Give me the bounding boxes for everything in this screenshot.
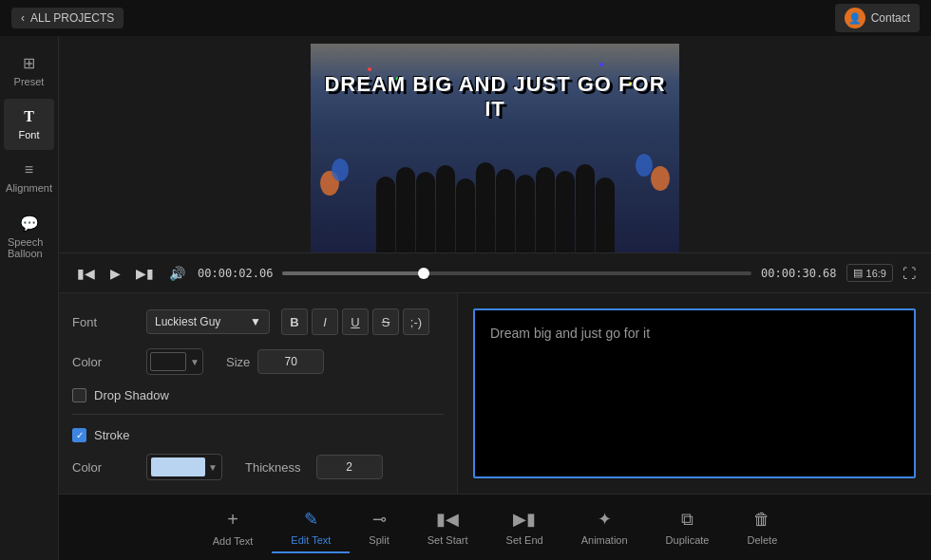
fullscreen-button[interactable]: ⛶ xyxy=(902,266,916,281)
toolbar-edit-text-label: Edit Text xyxy=(291,534,331,546)
split-icon: ⊸ xyxy=(372,509,387,530)
sidebar-item-label-font: Font xyxy=(18,129,39,140)
back-arrow-icon: ‹ xyxy=(21,11,25,25)
skip-back-button[interactable]: ▮◀ xyxy=(74,263,98,284)
sidebar-item-label-preset: Preset xyxy=(14,76,45,87)
edit-text-icon: ✎ xyxy=(304,509,318,530)
video-section: DREAM BIG AND JUST GO FOR IT xyxy=(59,36,931,252)
volume-button[interactable]: 🔊 xyxy=(166,263,188,284)
back-button[interactable]: ‹ ALL PROJECTS xyxy=(11,8,124,28)
main-area: ⊞ Preset T Font ≡ Alignment 💬 Speech Bal… xyxy=(0,36,931,560)
font-select[interactable]: Luckiest Guy ▼ xyxy=(146,309,270,334)
set-end-icon: ▶▮ xyxy=(513,509,536,530)
drop-shadow-label: Drop Shadow xyxy=(94,388,169,402)
skip-forward-button[interactable]: ▶▮ xyxy=(133,263,157,284)
bottom-toolbar: + Add Text ✎ Edit Text ⊸ Split ▮◀ Set St… xyxy=(59,494,931,560)
size-input[interactable]: 70 xyxy=(257,349,324,374)
avatar-initials: 👤 xyxy=(848,12,862,25)
color-label: Color xyxy=(72,355,139,369)
thickness-label: Thickness xyxy=(245,460,301,475)
toolbar-set-start-label: Set Start xyxy=(428,534,468,546)
toolbar-edit-text[interactable]: ✎ Edit Text xyxy=(272,501,350,553)
font-properties-content: Font Luckiest Guy ▼ B I U S ;-) xyxy=(59,293,457,494)
text-editor-content: Dream big and just go for it xyxy=(490,326,650,341)
props-with-tabs: Font Luckiest Guy ▼ B I U S ;-) xyxy=(59,293,457,494)
top-bar: ‹ ALL PROJECTS 👤 Contact xyxy=(0,0,931,36)
toolbar-delete[interactable]: 🗑 Delete xyxy=(728,502,796,553)
toolbar-add-text[interactable]: + Add Text xyxy=(194,501,273,554)
sidebar-item-label-speech-balloon: Speech Balloon xyxy=(8,236,50,259)
size-row: Size 70 xyxy=(226,349,324,374)
toolbar-set-end[interactable]: ▶▮ Set End xyxy=(487,501,562,553)
smiley-button[interactable]: ;-) xyxy=(403,308,429,335)
contact-label: Contact xyxy=(871,11,910,25)
video-background: DREAM BIG AND JUST GO FOR IT xyxy=(311,44,679,252)
font-label: Font xyxy=(72,315,139,329)
animation-icon: ✦ xyxy=(598,509,612,530)
toolbar-set-start[interactable]: ▮◀ Set Start xyxy=(408,501,487,553)
font-icon: T xyxy=(24,108,34,125)
sidebar-item-label-alignment: Alignment xyxy=(6,182,52,194)
bold-button[interactable]: B xyxy=(281,308,308,335)
ratio-label: 16:9 xyxy=(866,268,886,279)
video-text-overlay: DREAM BIG AND JUST GO FOR IT xyxy=(311,72,679,121)
drop-shadow-checkbox[interactable] xyxy=(72,388,86,402)
sidebar-item-speech-balloon[interactable]: 💬 Speech Balloon xyxy=(4,205,54,269)
toolbar-split[interactable]: ⊸ Split xyxy=(350,501,408,553)
stroke-color-label: Color xyxy=(72,460,139,475)
stroke-color-inner xyxy=(151,457,205,476)
toolbar-animation[interactable]: ✦ Animation xyxy=(562,501,647,553)
toolbar-delete-label: Delete xyxy=(747,534,777,546)
text-editor[interactable]: Dream big and just go for it xyxy=(473,308,916,478)
stroke-checkbox[interactable]: ✓ xyxy=(72,428,86,442)
delete-icon: 🗑 xyxy=(753,510,770,530)
toolbar-duplicate-label: Duplicate xyxy=(666,534,710,546)
progress-thumb xyxy=(418,268,429,279)
back-label: ALL PROJECTS xyxy=(30,11,114,25)
toolbar-animation-label: Animation xyxy=(581,534,628,546)
stroke-label: Stroke xyxy=(94,428,130,442)
toolbar-duplicate[interactable]: ⧉ Duplicate xyxy=(647,502,729,553)
color-size-row: Color ▼ Size 70 xyxy=(72,348,444,375)
end-time: 00:00:30.68 xyxy=(761,267,836,280)
thickness-input[interactable]: 2 xyxy=(316,455,383,479)
progress-bar[interactable] xyxy=(282,271,751,275)
timeline-controls: ▮◀ ▶ ▶▮ 🔊 00:00:02.06 00:00:30.68 ▤ 16:9… xyxy=(59,252,931,292)
sidebar: ⊞ Preset T Font ≡ Alignment 💬 Speech Bal… xyxy=(0,36,59,560)
font-chevron-icon: ▼ xyxy=(250,315,261,328)
drop-shadow-row: Drop Shadow xyxy=(72,388,444,402)
toolbar-split-label: Split xyxy=(369,534,389,546)
color-chevron-icon: ▼ xyxy=(190,357,200,367)
current-time: 00:00:02.06 xyxy=(198,267,273,280)
speech-balloon-icon: 💬 xyxy=(20,215,39,233)
strikethrough-button[interactable]: S xyxy=(372,308,399,335)
set-start-icon: ▮◀ xyxy=(436,509,459,530)
sidebar-item-alignment[interactable]: ≡ Alignment xyxy=(4,152,54,203)
avatar: 👤 xyxy=(845,8,865,28)
color-swatch-inner xyxy=(150,352,186,371)
properties-panel: Font Luckiest Guy ▼ B I U S ;-) xyxy=(59,293,458,494)
stroke-color-thickness-row: Color ▼ Thickness 2 xyxy=(72,454,444,480)
progress-fill xyxy=(282,271,423,275)
sidebar-item-preset[interactable]: ⊞ Preset xyxy=(4,45,54,97)
italic-button[interactable]: I xyxy=(312,308,338,335)
separator-1 xyxy=(72,414,444,415)
toolbar-add-text-label: Add Text xyxy=(213,535,254,547)
video-preview[interactable]: DREAM BIG AND JUST GO FOR IT xyxy=(311,44,679,252)
color-swatch[interactable]: ▼ xyxy=(146,348,203,375)
contact-button[interactable]: 👤 Contact xyxy=(835,4,920,32)
underline-button[interactable]: U xyxy=(342,308,369,335)
ratio-button[interactable]: ▤ 16:9 xyxy=(846,264,893,282)
sidebar-item-font[interactable]: T Font xyxy=(4,99,54,150)
stroke-row: ✓ Stroke xyxy=(72,428,444,442)
stroke-color-swatch[interactable]: ▼ xyxy=(146,454,222,480)
bottom-section: Font Luckiest Guy ▼ B I U S ;-) xyxy=(59,292,931,494)
center-area: DREAM BIG AND JUST GO FOR IT ▮◀ ▶ ▶▮ 🔊 0… xyxy=(59,36,931,560)
check-icon: ✓ xyxy=(76,430,84,440)
play-button[interactable]: ▶ xyxy=(107,263,124,284)
add-text-icon: + xyxy=(227,509,238,531)
stroke-color-chevron-icon: ▼ xyxy=(208,462,218,473)
alignment-icon: ≡ xyxy=(25,161,33,178)
toolbar-set-end-label: Set End xyxy=(506,534,543,546)
font-value: Luckiest Guy xyxy=(155,315,220,328)
